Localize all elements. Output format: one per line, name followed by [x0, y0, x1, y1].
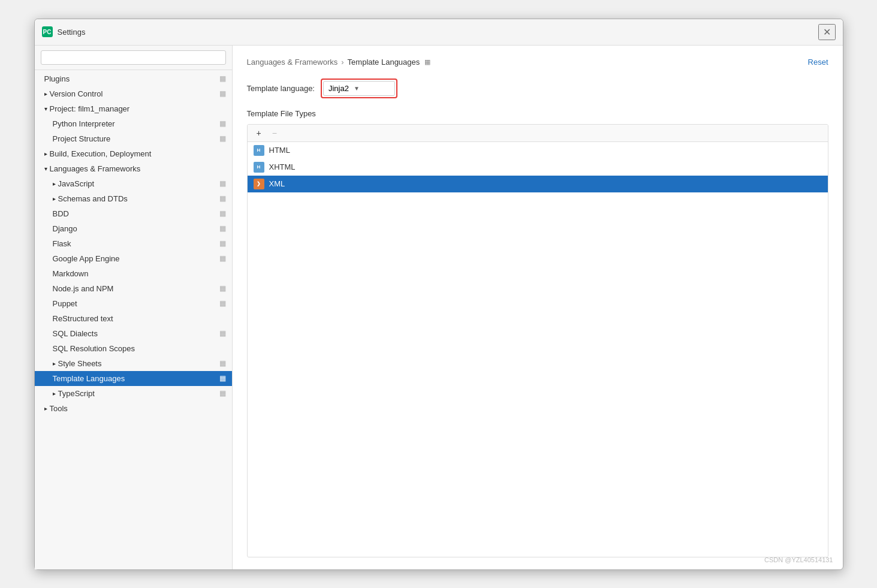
file-type-row-html[interactable]: H HTML: [248, 142, 828, 159]
sidebar-item-label: SQL Dialects: [53, 329, 219, 338]
watermark: CSDN @YZL40514131: [764, 556, 833, 563]
settings-icon: ▦: [219, 299, 226, 307]
sidebar-item-label: Google App Engine: [53, 254, 219, 263]
chevron-icon: ▾: [44, 165, 47, 172]
sidebar: Plugins▦▸Version Control▦▾Project: film1…: [35, 46, 233, 569]
sidebar-item-python-interpreter[interactable]: Python Interpreter▦: [35, 116, 232, 131]
breadcrumb-parent: Languages & Frameworks: [247, 58, 338, 67]
sidebar-item-sql-resolution-scopes[interactable]: SQL Resolution Scopes: [35, 341, 232, 356]
sidebar-item-version-control[interactable]: ▸Version Control▦: [35, 86, 232, 101]
sidebar-item-label: Languages & Frameworks: [50, 164, 226, 173]
sidebar-item-typescript[interactable]: ▸TypeScript▦: [35, 386, 232, 401]
chevron-icon: ▸: [44, 150, 47, 157]
sidebar-item-build-execution-deployment[interactable]: ▸Build, Execution, Deployment: [35, 146, 232, 161]
file-types-panel: + − H HTML H XHTML ❯ XML: [247, 124, 828, 557]
sidebar-item-restructured-text[interactable]: ReStructured text: [35, 311, 232, 326]
template-language-row: Template language: Jinja2 ▼: [247, 79, 828, 98]
sidebar-item-schemas-dtds[interactable]: ▸Schemas and DTDs▦: [35, 191, 232, 206]
reset-button[interactable]: Reset: [808, 58, 828, 67]
template-language-label: Template language:: [247, 84, 315, 93]
file-type-label: HTML: [269, 146, 290, 155]
sidebar-item-label: SQL Resolution Scopes: [53, 344, 226, 353]
settings-icon: ▦: [219, 74, 226, 83]
sidebar-section: Plugins▦▸Version Control▦▾Project: film1…: [35, 70, 232, 417]
settings-icon: ▦: [219, 209, 226, 218]
file-icon-html: H: [254, 145, 264, 156]
chevron-icon: ▸: [53, 180, 56, 187]
settings-icon: ▦: [219, 194, 226, 203]
sidebar-item-label: Flask: [53, 239, 219, 248]
title-bar: PC Settings ✕: [35, 19, 843, 46]
sidebar-item-project-film1manager[interactable]: ▾Project: film1_manager: [35, 101, 232, 116]
breadcrumb: Languages & Frameworks › Template Langua…: [247, 58, 828, 67]
settings-icon: ▦: [219, 284, 226, 293]
main-panel: Languages & Frameworks › Template Langua…: [233, 46, 843, 569]
file-type-label: XHTML: [269, 162, 296, 171]
sidebar-item-sql-dialects[interactable]: SQL Dialects▦: [35, 326, 232, 341]
file-type-row-xml[interactable]: ❯ XML: [248, 176, 828, 192]
file-types-list: H HTML H XHTML ❯ XML: [248, 142, 828, 557]
sidebar-item-label: TypeScript: [58, 389, 219, 398]
sidebar-item-flask[interactable]: Flask▦: [35, 236, 232, 251]
section-title: Template File Types: [247, 109, 828, 118]
settings-icon: ▦: [219, 374, 226, 382]
sidebar-item-label: Version Control: [50, 89, 219, 98]
sidebar-item-plugins[interactable]: Plugins▦: [35, 71, 232, 86]
settings-icon: ▦: [219, 329, 226, 337]
settings-icon: ▦: [219, 239, 226, 248]
breadcrumb-current: Template Languages: [348, 58, 420, 67]
close-button[interactable]: ✕: [818, 24, 836, 40]
template-language-select[interactable]: Jinja2 ▼: [323, 81, 395, 96]
sidebar-item-bdd[interactable]: BDD▦: [35, 206, 232, 221]
settings-icon: ▦: [219, 119, 226, 128]
sidebar-item-tools[interactable]: ▸Tools: [35, 401, 232, 416]
breadcrumb-separator: ›: [341, 58, 343, 67]
sidebar-item-google-app-engine[interactable]: Google App Engine▦: [35, 251, 232, 266]
sidebar-item-markdown[interactable]: Markdown: [35, 266, 232, 281]
window-title: Settings: [58, 28, 818, 37]
sidebar-item-label: Project Structure: [53, 134, 219, 143]
sidebar-item-label: BDD: [53, 209, 219, 218]
sidebar-item-nodejs-npm[interactable]: Node.js and NPM▦: [35, 281, 232, 296]
sidebar-item-label: JavaScript: [58, 179, 219, 188]
sidebar-item-label: Build, Execution, Deployment: [50, 149, 226, 158]
sidebar-item-label: Markdown: [53, 269, 226, 278]
chevron-icon: ▾: [44, 105, 47, 112]
template-language-value: Jinja2: [329, 84, 349, 93]
sidebar-item-label: Tools: [50, 404, 226, 413]
sidebar-item-label: Template Languages: [53, 374, 219, 383]
sidebar-item-label: Project: film1_manager: [50, 104, 226, 113]
template-language-select-wrapper: Jinja2 ▼: [321, 79, 397, 98]
app-icon: PC: [42, 26, 53, 37]
sidebar-item-label: Schemas and DTDs: [58, 194, 219, 203]
sidebar-item-label: Plugins: [44, 74, 219, 83]
sidebar-item-label: Style Sheets: [58, 359, 219, 368]
file-icon-xhtml: H: [254, 162, 264, 173]
sidebar-item-label: Node.js and NPM: [53, 284, 219, 293]
settings-icon: ▦: [219, 224, 226, 233]
dropdown-arrow-icon: ▼: [354, 85, 360, 92]
chevron-icon: ▸: [53, 360, 56, 367]
sidebar-item-puppet[interactable]: Puppet▦: [35, 296, 232, 311]
settings-icon: ▦: [219, 254, 226, 263]
search-box: [35, 46, 232, 70]
file-type-row-xhtml[interactable]: H XHTML: [248, 159, 828, 176]
sidebar-item-label: ReStructured text: [53, 314, 226, 323]
add-file-type-button[interactable]: +: [252, 127, 266, 139]
sidebar-item-project-structure[interactable]: Project Structure▦: [35, 131, 232, 146]
sidebar-item-label: Puppet: [53, 299, 219, 308]
sidebar-item-style-sheets[interactable]: ▸Style Sheets▦: [35, 356, 232, 371]
settings-icon: ▦: [219, 389, 226, 397]
settings-window: PC Settings ✕ Plugins▦▸Version Control▦▾…: [34, 19, 843, 570]
sidebar-item-languages-frameworks[interactable]: ▾Languages & Frameworks: [35, 161, 232, 176]
sidebar-item-template-languages[interactable]: Template Languages▦: [35, 371, 232, 386]
sidebar-item-javascript[interactable]: ▸JavaScript▦: [35, 176, 232, 191]
chevron-icon: ▸: [44, 405, 47, 412]
sidebar-item-label: Django: [53, 224, 219, 233]
main-content: Plugins▦▸Version Control▦▾Project: film1…: [35, 46, 843, 569]
file-icon-xml: ❯: [254, 179, 264, 189]
search-input[interactable]: [41, 50, 226, 65]
remove-file-type-button[interactable]: −: [268, 127, 281, 139]
file-types-toolbar: + −: [248, 125, 828, 142]
sidebar-item-django[interactable]: Django▦: [35, 221, 232, 236]
